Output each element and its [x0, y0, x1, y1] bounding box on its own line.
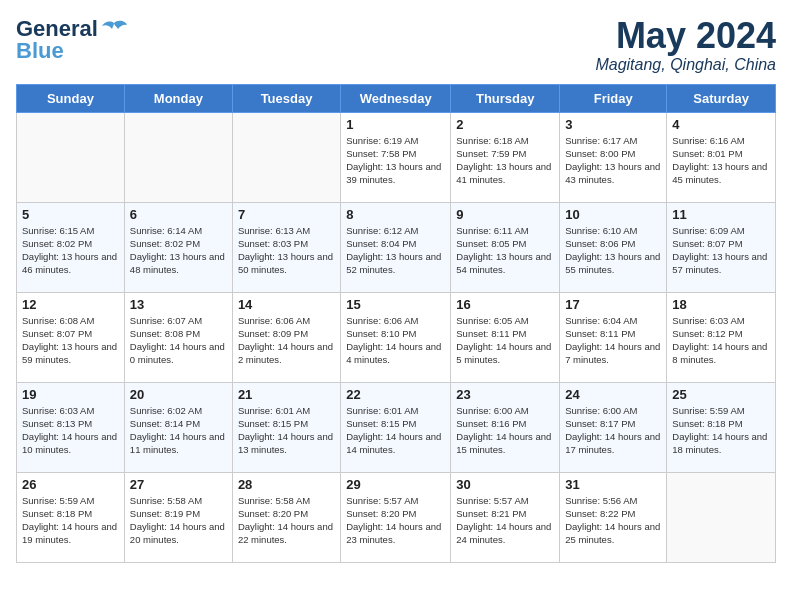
calendar-week-row: 26Sunrise: 5:59 AM Sunset: 8:18 PM Dayli…	[17, 472, 776, 562]
logo: General Blue	[16, 16, 128, 64]
calendar-cell: 20Sunrise: 6:02 AM Sunset: 8:14 PM Dayli…	[124, 382, 232, 472]
day-number: 7	[238, 207, 335, 222]
calendar-cell: 29Sunrise: 5:57 AM Sunset: 8:20 PM Dayli…	[341, 472, 451, 562]
weekday-header: Wednesday	[341, 84, 451, 112]
calendar-cell: 14Sunrise: 6:06 AM Sunset: 8:09 PM Dayli…	[232, 292, 340, 382]
cell-sun-info: Sunrise: 6:03 AM Sunset: 8:12 PM Dayligh…	[672, 314, 770, 367]
cell-sun-info: Sunrise: 6:10 AM Sunset: 8:06 PM Dayligh…	[565, 224, 661, 277]
cell-sun-info: Sunrise: 6:15 AM Sunset: 8:02 PM Dayligh…	[22, 224, 119, 277]
logo-bird-icon	[100, 19, 128, 39]
calendar-cell: 13Sunrise: 6:07 AM Sunset: 8:08 PM Dayli…	[124, 292, 232, 382]
calendar-cell: 1Sunrise: 6:19 AM Sunset: 7:58 PM Daylig…	[341, 112, 451, 202]
weekday-header: Thursday	[451, 84, 560, 112]
cell-sun-info: Sunrise: 6:09 AM Sunset: 8:07 PM Dayligh…	[672, 224, 770, 277]
calendar-cell	[232, 112, 340, 202]
calendar-cell: 22Sunrise: 6:01 AM Sunset: 8:15 PM Dayli…	[341, 382, 451, 472]
day-number: 1	[346, 117, 445, 132]
day-number: 8	[346, 207, 445, 222]
day-number: 3	[565, 117, 661, 132]
cell-sun-info: Sunrise: 6:18 AM Sunset: 7:59 PM Dayligh…	[456, 134, 554, 187]
day-number: 12	[22, 297, 119, 312]
calendar-cell: 5Sunrise: 6:15 AM Sunset: 8:02 PM Daylig…	[17, 202, 125, 292]
calendar-cell: 4Sunrise: 6:16 AM Sunset: 8:01 PM Daylig…	[667, 112, 776, 202]
day-number: 27	[130, 477, 227, 492]
calendar-week-row: 5Sunrise: 6:15 AM Sunset: 8:02 PM Daylig…	[17, 202, 776, 292]
calendar-cell: 6Sunrise: 6:14 AM Sunset: 8:02 PM Daylig…	[124, 202, 232, 292]
calendar-cell: 28Sunrise: 5:58 AM Sunset: 8:20 PM Dayli…	[232, 472, 340, 562]
cell-sun-info: Sunrise: 6:06 AM Sunset: 8:10 PM Dayligh…	[346, 314, 445, 367]
day-number: 13	[130, 297, 227, 312]
calendar-cell: 21Sunrise: 6:01 AM Sunset: 8:15 PM Dayli…	[232, 382, 340, 472]
cell-sun-info: Sunrise: 6:02 AM Sunset: 8:14 PM Dayligh…	[130, 404, 227, 457]
page-header: General Blue May 2024 Magitang, Qinghai,…	[16, 16, 776, 74]
calendar-cell: 7Sunrise: 6:13 AM Sunset: 8:03 PM Daylig…	[232, 202, 340, 292]
calendar-cell: 16Sunrise: 6:05 AM Sunset: 8:11 PM Dayli…	[451, 292, 560, 382]
calendar-cell	[124, 112, 232, 202]
weekday-header: Friday	[560, 84, 667, 112]
weekday-header: Tuesday	[232, 84, 340, 112]
cell-sun-info: Sunrise: 6:00 AM Sunset: 8:17 PM Dayligh…	[565, 404, 661, 457]
calendar-cell: 24Sunrise: 6:00 AM Sunset: 8:17 PM Dayli…	[560, 382, 667, 472]
day-number: 22	[346, 387, 445, 402]
day-number: 25	[672, 387, 770, 402]
calendar-cell: 23Sunrise: 6:00 AM Sunset: 8:16 PM Dayli…	[451, 382, 560, 472]
calendar-cell: 8Sunrise: 6:12 AM Sunset: 8:04 PM Daylig…	[341, 202, 451, 292]
calendar-cell: 30Sunrise: 5:57 AM Sunset: 8:21 PM Dayli…	[451, 472, 560, 562]
cell-sun-info: Sunrise: 6:13 AM Sunset: 8:03 PM Dayligh…	[238, 224, 335, 277]
calendar-cell: 27Sunrise: 5:58 AM Sunset: 8:19 PM Dayli…	[124, 472, 232, 562]
calendar-cell: 9Sunrise: 6:11 AM Sunset: 8:05 PM Daylig…	[451, 202, 560, 292]
calendar-week-row: 19Sunrise: 6:03 AM Sunset: 8:13 PM Dayli…	[17, 382, 776, 472]
calendar-cell	[17, 112, 125, 202]
calendar-cell: 11Sunrise: 6:09 AM Sunset: 8:07 PM Dayli…	[667, 202, 776, 292]
cell-sun-info: Sunrise: 5:58 AM Sunset: 8:20 PM Dayligh…	[238, 494, 335, 547]
cell-sun-info: Sunrise: 6:07 AM Sunset: 8:08 PM Dayligh…	[130, 314, 227, 367]
title-area: May 2024 Magitang, Qinghai, China	[595, 16, 776, 74]
day-number: 15	[346, 297, 445, 312]
calendar-cell: 25Sunrise: 5:59 AM Sunset: 8:18 PM Dayli…	[667, 382, 776, 472]
day-number: 9	[456, 207, 554, 222]
day-number: 24	[565, 387, 661, 402]
cell-sun-info: Sunrise: 6:03 AM Sunset: 8:13 PM Dayligh…	[22, 404, 119, 457]
day-number: 21	[238, 387, 335, 402]
day-number: 17	[565, 297, 661, 312]
cell-sun-info: Sunrise: 6:12 AM Sunset: 8:04 PM Dayligh…	[346, 224, 445, 277]
day-number: 14	[238, 297, 335, 312]
month-title: May 2024	[595, 16, 776, 56]
cell-sun-info: Sunrise: 6:06 AM Sunset: 8:09 PM Dayligh…	[238, 314, 335, 367]
cell-sun-info: Sunrise: 6:19 AM Sunset: 7:58 PM Dayligh…	[346, 134, 445, 187]
day-number: 18	[672, 297, 770, 312]
calendar-cell: 31Sunrise: 5:56 AM Sunset: 8:22 PM Dayli…	[560, 472, 667, 562]
logo-blue: Blue	[16, 38, 64, 64]
cell-sun-info: Sunrise: 6:16 AM Sunset: 8:01 PM Dayligh…	[672, 134, 770, 187]
calendar-cell: 26Sunrise: 5:59 AM Sunset: 8:18 PM Dayli…	[17, 472, 125, 562]
day-number: 10	[565, 207, 661, 222]
day-number: 23	[456, 387, 554, 402]
day-number: 5	[22, 207, 119, 222]
day-number: 26	[22, 477, 119, 492]
cell-sun-info: Sunrise: 6:05 AM Sunset: 8:11 PM Dayligh…	[456, 314, 554, 367]
calendar-cell: 10Sunrise: 6:10 AM Sunset: 8:06 PM Dayli…	[560, 202, 667, 292]
location-title: Magitang, Qinghai, China	[595, 56, 776, 74]
calendar-cell: 17Sunrise: 6:04 AM Sunset: 8:11 PM Dayli…	[560, 292, 667, 382]
day-number: 16	[456, 297, 554, 312]
cell-sun-info: Sunrise: 6:04 AM Sunset: 8:11 PM Dayligh…	[565, 314, 661, 367]
weekday-header-row: SundayMondayTuesdayWednesdayThursdayFrid…	[17, 84, 776, 112]
calendar-table: SundayMondayTuesdayWednesdayThursdayFrid…	[16, 84, 776, 563]
day-number: 2	[456, 117, 554, 132]
calendar-cell: 2Sunrise: 6:18 AM Sunset: 7:59 PM Daylig…	[451, 112, 560, 202]
cell-sun-info: Sunrise: 6:00 AM Sunset: 8:16 PM Dayligh…	[456, 404, 554, 457]
calendar-week-row: 12Sunrise: 6:08 AM Sunset: 8:07 PM Dayli…	[17, 292, 776, 382]
cell-sun-info: Sunrise: 6:01 AM Sunset: 8:15 PM Dayligh…	[238, 404, 335, 457]
day-number: 11	[672, 207, 770, 222]
weekday-header: Sunday	[17, 84, 125, 112]
cell-sun-info: Sunrise: 5:57 AM Sunset: 8:21 PM Dayligh…	[456, 494, 554, 547]
weekday-header: Monday	[124, 84, 232, 112]
day-number: 28	[238, 477, 335, 492]
weekday-header: Saturday	[667, 84, 776, 112]
cell-sun-info: Sunrise: 6:17 AM Sunset: 8:00 PM Dayligh…	[565, 134, 661, 187]
calendar-cell: 12Sunrise: 6:08 AM Sunset: 8:07 PM Dayli…	[17, 292, 125, 382]
day-number: 20	[130, 387, 227, 402]
cell-sun-info: Sunrise: 5:57 AM Sunset: 8:20 PM Dayligh…	[346, 494, 445, 547]
cell-sun-info: Sunrise: 5:59 AM Sunset: 8:18 PM Dayligh…	[672, 404, 770, 457]
cell-sun-info: Sunrise: 5:58 AM Sunset: 8:19 PM Dayligh…	[130, 494, 227, 547]
